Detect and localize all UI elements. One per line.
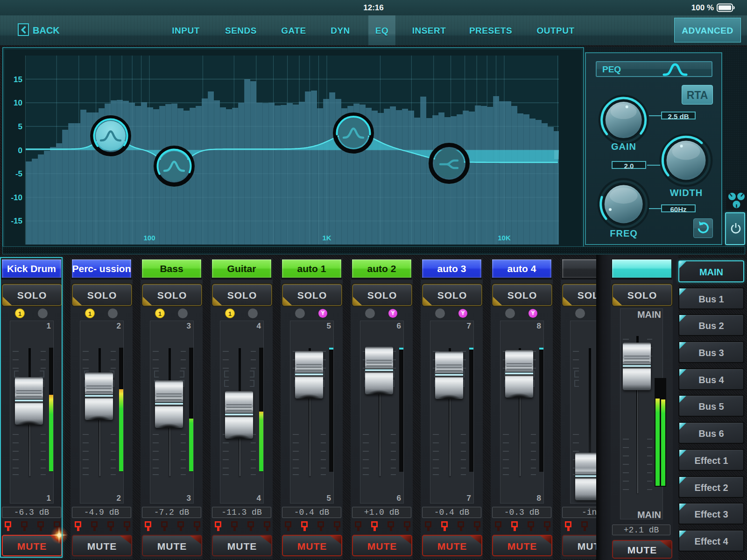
svg-text:-15: -15 (11, 217, 22, 225)
svg-text:-5: -5 (15, 169, 22, 178)
svg-text:1K: 1K (322, 234, 331, 242)
svg-text:100: 100 (143, 234, 155, 242)
svg-text:15: 15 (14, 75, 22, 84)
svg-text:5: 5 (18, 122, 22, 131)
svg-text:-10: -10 (11, 193, 22, 202)
svg-text:0: 0 (18, 146, 22, 155)
svg-text:10K: 10K (498, 234, 511, 242)
svg-text:10: 10 (14, 98, 22, 107)
